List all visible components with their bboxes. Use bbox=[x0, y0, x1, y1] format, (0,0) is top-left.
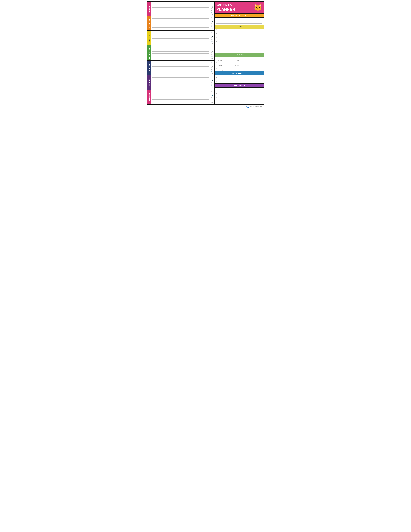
icon-pair: ✏▶ bbox=[211, 14, 213, 15]
day-line bbox=[152, 43, 209, 44]
icon-left: ✏ bbox=[211, 28, 212, 29]
todo-item bbox=[215, 31, 263, 34]
day-line bbox=[152, 69, 209, 70]
coming-up-circle bbox=[216, 88, 217, 90]
icon-right: 📷 bbox=[212, 80, 213, 81]
opp-line bbox=[218, 76, 262, 78]
icon-pair: 🗑p bbox=[211, 82, 213, 83]
icon-right: t bbox=[213, 25, 213, 26]
icon-right: ▶ bbox=[212, 43, 213, 44]
icon-pair: 🔗✈ bbox=[211, 26, 214, 28]
day-line bbox=[152, 102, 209, 103]
day-line bbox=[152, 71, 209, 72]
icon-left: 🔗 bbox=[211, 86, 212, 86]
todo-line bbox=[218, 34, 262, 37]
icon-right: t bbox=[213, 98, 213, 100]
icon-right: ▶ bbox=[212, 87, 213, 88]
icon-pair: ◈t bbox=[211, 69, 213, 70]
opp-line bbox=[218, 78, 262, 80]
day-row-sunday: SUNDAY✉f♯g⁺♪📷🗑p◈t🔗✈✏▶ bbox=[148, 2, 214, 16]
icon-pair: ◈t bbox=[211, 39, 213, 40]
icon-pair: ♪📷 bbox=[211, 6, 213, 8]
review-sub: Company: Due Date: bbox=[216, 64, 262, 66]
icon-pair: ♪📷 bbox=[211, 95, 213, 96]
coming-up-item bbox=[215, 90, 263, 93]
icon-right: ▶ bbox=[212, 73, 213, 74]
icon-pair: ✏▶ bbox=[211, 73, 213, 74]
icon-pair: ◈t bbox=[211, 98, 213, 100]
icon-right: p bbox=[213, 23, 213, 24]
day-line bbox=[152, 86, 209, 87]
review-main-line bbox=[218, 62, 262, 64]
day-lines-friday bbox=[151, 75, 210, 89]
goal-line bbox=[216, 21, 262, 24]
day-line bbox=[152, 58, 209, 59]
icon-right: ▶ bbox=[212, 14, 213, 15]
day-line bbox=[152, 6, 209, 8]
coming-up-line bbox=[218, 98, 262, 101]
icon-left: 🔗 bbox=[211, 41, 212, 42]
company-label: Company: bbox=[218, 60, 223, 61]
icon-right: g⁺ bbox=[212, 19, 213, 20]
day-label-monday: MONDAY bbox=[148, 16, 151, 30]
icon-pair: ✏▶ bbox=[211, 28, 213, 29]
todo-item bbox=[215, 47, 263, 50]
company-label: Company: bbox=[218, 69, 223, 71]
icon-left: 🗑 bbox=[211, 96, 212, 98]
icon-pair: 🗑p bbox=[211, 8, 213, 9]
icon-left: ✉ bbox=[211, 62, 212, 63]
company-line bbox=[224, 64, 233, 66]
icon-left: ✉ bbox=[211, 91, 212, 92]
icon-pair: ♪📷 bbox=[211, 80, 213, 81]
icon-right: t bbox=[213, 69, 213, 70]
icon-right: t bbox=[213, 54, 213, 56]
icon-right: 📷 bbox=[212, 65, 213, 66]
todo-line bbox=[218, 48, 262, 50]
day-line bbox=[152, 78, 209, 79]
day-line bbox=[152, 98, 209, 100]
todo-circle bbox=[216, 40, 217, 41]
opp-line bbox=[218, 81, 262, 83]
review-item-0: Company: Due Date: bbox=[215, 57, 263, 61]
day-line bbox=[152, 73, 209, 74]
icon-right: f bbox=[213, 47, 213, 48]
due-label: Due Date: bbox=[234, 65, 239, 66]
todo-circle bbox=[216, 32, 217, 34]
icon-left: ♯ bbox=[211, 34, 212, 35]
coming-up-item bbox=[215, 93, 263, 95]
day-line bbox=[152, 47, 209, 48]
icon-left: 🗑 bbox=[211, 67, 212, 68]
icon-left: ✉ bbox=[211, 76, 212, 77]
icon-left: ♯ bbox=[211, 64, 212, 65]
icon-left: ♪ bbox=[211, 6, 212, 8]
review-company: Company: bbox=[218, 69, 233, 71]
icon-left: ✏ bbox=[211, 58, 212, 59]
icon-right: p bbox=[213, 67, 213, 68]
todo-items bbox=[215, 29, 263, 53]
footer-cat-icon: 🐾 bbox=[246, 105, 249, 108]
icon-right: ✈ bbox=[212, 12, 214, 13]
icon-right: g⁺ bbox=[212, 78, 213, 79]
day-lines-wednesday bbox=[151, 45, 210, 60]
review-main-line bbox=[218, 57, 262, 59]
icon-right: ✈ bbox=[212, 100, 214, 101]
day-label-saturday: SATURDAY bbox=[148, 90, 151, 104]
due-line bbox=[240, 69, 247, 71]
todo-line bbox=[218, 50, 262, 52]
icon-right: 📷 bbox=[212, 50, 213, 52]
icon-pair: 🔗✈ bbox=[211, 56, 214, 57]
todo-section: TO DO bbox=[215, 25, 263, 53]
icon-left: 🗑 bbox=[211, 82, 212, 83]
cat-icon: 🐱 bbox=[254, 4, 262, 11]
day-icons-tuesday: ✉f♯g⁺♪📷🗑p◈t🔗✈✏▶ bbox=[210, 31, 214, 45]
icon-pair: 🗑p bbox=[211, 23, 213, 24]
review-circle bbox=[216, 67, 217, 69]
day-line bbox=[152, 8, 209, 10]
review-item-2: Company: Due Date: bbox=[215, 66, 263, 71]
icon-right: 📷 bbox=[212, 36, 213, 37]
day-line bbox=[152, 26, 209, 28]
day-line bbox=[152, 19, 209, 20]
icon-pair: ✉f bbox=[211, 32, 213, 33]
opp-circle bbox=[216, 76, 217, 77]
opportunities-header: OPPORTUNITIES bbox=[215, 71, 263, 76]
